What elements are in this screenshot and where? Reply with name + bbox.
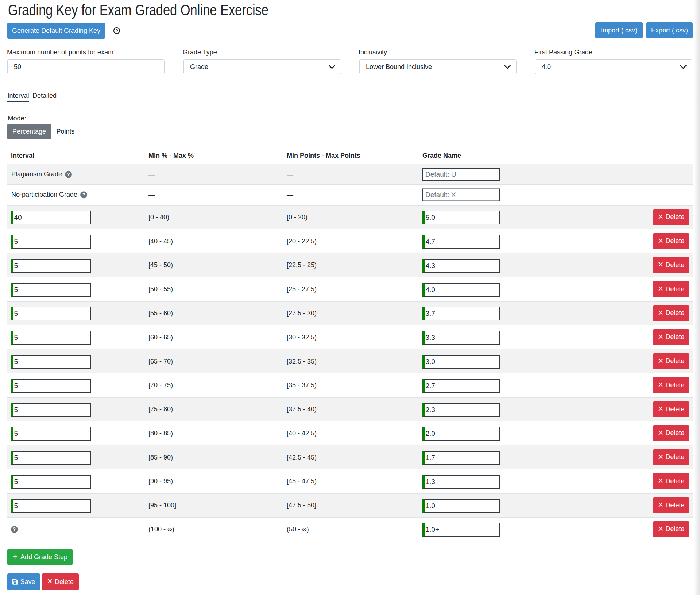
svg-text:?: ? <box>115 28 118 34</box>
